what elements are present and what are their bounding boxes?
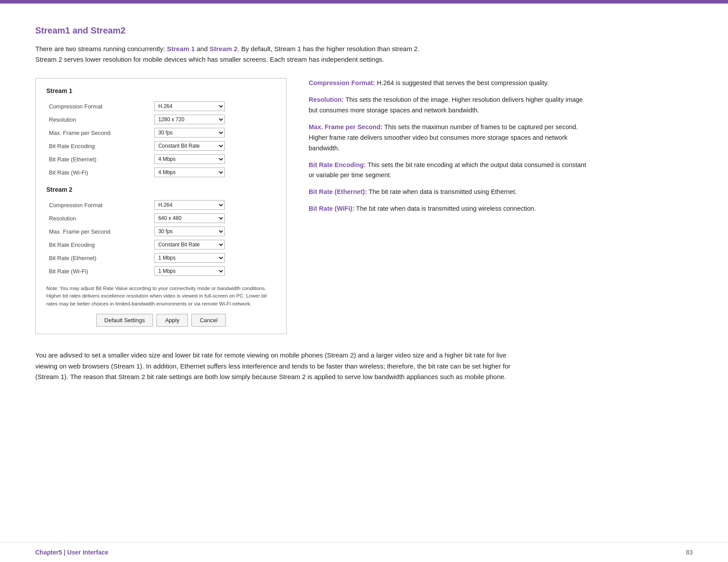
- field-select[interactable]: 1 Mbps: [154, 266, 225, 276]
- field-label: Resolution: [46, 212, 152, 225]
- field-value[interactable]: Constant Bit Rate: [152, 238, 276, 251]
- field-select[interactable]: H.264: [154, 200, 225, 210]
- info-text: H.264 is suggested that serves the best …: [375, 79, 549, 86]
- footer-left: Chapter5 | User Interface: [35, 549, 108, 556]
- intro-line1: There are two streams running concurrent…: [35, 45, 419, 52]
- table-row: Bit Rate (Wi-Fi)4 Mbps: [46, 166, 276, 179]
- field-select[interactable]: 4 Mbps: [154, 154, 225, 164]
- field-label: Max. Frame per Second: [46, 126, 152, 139]
- field-value[interactable]: Constant Bit Rate: [152, 139, 276, 153]
- table-row: Bit Rate EncodingConstant Bit Rate: [46, 139, 276, 153]
- page-content: Stream1 and Stream2 There are two stream…: [0, 4, 728, 409]
- footer: Chapter5 | User Interface 83: [0, 542, 728, 562]
- info-text: This sets the resolution of the image. H…: [309, 96, 583, 114]
- stream2-table: Compression FormatH.264Resolution640 x 4…: [46, 198, 276, 278]
- intro-line2: Stream 2 serves lower resolution for mob…: [35, 56, 384, 63]
- bottom-text: You are adivsed to set a smaller video s…: [35, 350, 520, 383]
- field-label: Bit Rate (Ethernet): [46, 153, 152, 166]
- info-text: The bit rate when data is transmitted us…: [355, 205, 536, 212]
- field-select[interactable]: H.264: [154, 101, 225, 111]
- field-select[interactable]: Constant Bit Rate: [154, 240, 225, 249]
- table-row: Bit Rate EncodingConstant Bit Rate: [46, 238, 276, 251]
- button-row: Default Settings Apply Cancel: [46, 314, 276, 327]
- table-row: Max. Frame per Second30 fps: [46, 126, 276, 139]
- table-row: Bit Rate (Ethernet)4 Mbps: [46, 153, 276, 166]
- field-select[interactable]: Constant Bit Rate: [154, 141, 225, 151]
- top-bar: [0, 0, 728, 4]
- info-item: Compression Format: H.264 is suggested t…: [309, 78, 591, 89]
- field-value[interactable]: 640 x 480: [152, 212, 276, 225]
- info-panel: Compression Format: H.264 is suggested t…: [304, 78, 595, 220]
- info-item: Bit Rate (WiFi): The bit rate when data …: [309, 204, 591, 214]
- field-value[interactable]: 1 Mbps: [152, 264, 276, 278]
- table-row: Bit Rate (Wi-Fi)1 Mbps: [46, 264, 276, 278]
- stream1-title: Stream 1: [46, 87, 276, 94]
- field-select[interactable]: 1 Mbps: [154, 253, 225, 263]
- field-label: Bit Rate Encoding: [46, 139, 152, 153]
- field-label: Compression Format: [46, 198, 152, 212]
- field-value[interactable]: H.264: [152, 100, 276, 113]
- field-value[interactable]: H.264: [152, 198, 276, 212]
- field-select[interactable]: 30 fps: [154, 128, 225, 138]
- main-section: Stream 1 Compression FormatH.264Resoluti…: [35, 78, 693, 334]
- info-label: Bit Rate (Ethernet):: [309, 188, 367, 195]
- note-text: Note: You may adjust Bit Rate Value acco…: [46, 285, 276, 308]
- info-text: The bit rate when data is transmitted us…: [367, 188, 517, 195]
- field-value[interactable]: 1280 x 720: [152, 113, 276, 126]
- stream1-link: Stream 1: [167, 45, 194, 52]
- info-label: Bit Rate Encoding:: [309, 161, 366, 168]
- cancel-button[interactable]: Cancel: [191, 314, 226, 327]
- table-row: Resolution640 x 480: [46, 212, 276, 225]
- field-label: Bit Rate (Wi-Fi): [46, 264, 152, 278]
- info-label: Compression Format:: [309, 79, 375, 86]
- info-item: Max. Frame per Second: This sets the max…: [309, 122, 591, 154]
- table-row: Resolution1280 x 720: [46, 113, 276, 126]
- info-label: Bit Rate (WiFi):: [309, 205, 355, 212]
- field-select[interactable]: 4 Mbps: [154, 167, 225, 177]
- info-item: Bit Rate Encoding: This sets the bit rat…: [309, 160, 591, 181]
- field-label: Max. Frame per Second: [46, 225, 152, 238]
- table-row: Compression FormatH.264: [46, 198, 276, 212]
- info-label: Resolution:: [309, 96, 344, 103]
- intro-text: There are two streams running concurrent…: [35, 44, 520, 65]
- field-label: Bit Rate Encoding: [46, 238, 152, 251]
- table-row: Bit Rate (Ethernet)1 Mbps: [46, 251, 276, 264]
- default-settings-button[interactable]: Default Settings: [96, 314, 153, 327]
- stream2-title: Stream 2: [46, 186, 276, 193]
- info-item: Resolution: This sets the resolution of …: [309, 95, 591, 116]
- apply-button[interactable]: Apply: [157, 314, 188, 327]
- field-select[interactable]: 30 fps: [154, 227, 225, 236]
- table-row: Compression FormatH.264: [46, 100, 276, 113]
- field-value[interactable]: 30 fps: [152, 126, 276, 139]
- field-value[interactable]: 4 Mbps: [152, 153, 276, 166]
- table-row: Max. Frame per Second30 fps: [46, 225, 276, 238]
- field-value[interactable]: 1 Mbps: [152, 251, 276, 264]
- stream2-link: Stream 2: [209, 45, 237, 52]
- field-select[interactable]: 1280 x 720: [154, 115, 225, 124]
- field-label: Bit Rate (Wi-Fi): [46, 166, 152, 179]
- footer-right: 83: [686, 549, 693, 556]
- field-value[interactable]: 30 fps: [152, 225, 276, 238]
- stream1-table: Compression FormatH.264Resolution1280 x …: [46, 100, 276, 179]
- field-value[interactable]: 4 Mbps: [152, 166, 276, 179]
- info-item: Bit Rate (Ethernet): The bit rate when d…: [309, 187, 591, 197]
- settings-panel: Stream 1 Compression FormatH.264Resoluti…: [35, 78, 287, 334]
- field-label: Compression Format: [46, 100, 152, 113]
- info-label: Max. Frame per Second:: [309, 123, 383, 130]
- page-title: Stream1 and Stream2: [35, 26, 693, 36]
- field-select[interactable]: 640 x 480: [154, 213, 225, 223]
- field-label: Resolution: [46, 113, 152, 126]
- field-label: Bit Rate (Ethernet): [46, 251, 152, 264]
